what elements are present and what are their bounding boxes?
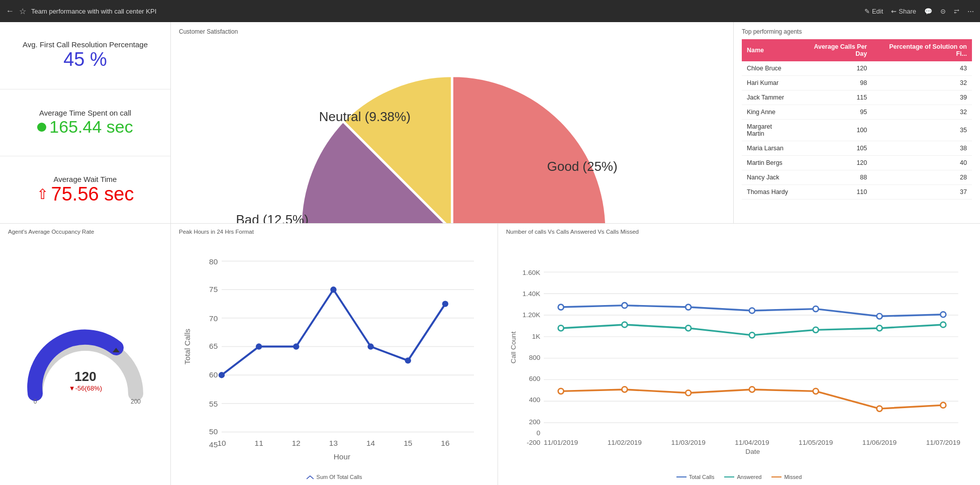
legend-total-calls: Total Calls: [676, 474, 715, 480]
table-row: Thomas Hardy 110 37: [742, 185, 972, 200]
agent-pct-solution: 38: [872, 141, 972, 156]
agent-pct-solution: 40: [872, 156, 972, 170]
agent-avg-calls: 95: [796, 105, 872, 120]
calls-chart-title: Number of calls Vs Calls Answered Vs Cal…: [506, 229, 972, 235]
col-name: Name: [742, 39, 796, 61]
svg-text:1.20K: 1.20K: [523, 311, 541, 319]
more-options-icon[interactable]: ⋯: [967, 8, 974, 15]
svg-text:400: 400: [529, 396, 540, 404]
legend-total-label: Total Calls: [689, 474, 715, 480]
svg-point-35: [219, 372, 225, 378]
agent-avg-calls: 115: [796, 90, 872, 105]
svg-text:▼-56(68%): ▼-56(68%): [68, 384, 102, 392]
svg-point-77: [622, 322, 627, 328]
svg-point-41: [442, 301, 448, 307]
agent-avg-calls: 88: [796, 170, 872, 185]
svg-text:12: 12: [292, 439, 301, 447]
svg-point-71: [685, 305, 691, 310]
svg-text:Date: Date: [745, 448, 760, 455]
table-row: Jack Tammer 115 39: [742, 90, 972, 105]
share-button[interactable]: ⇜ Share: [891, 8, 916, 15]
svg-text:Good (25%): Good (25%): [547, 159, 618, 174]
answered-line-icon: [724, 476, 734, 477]
svg-text:1.60K: 1.60K: [523, 269, 541, 276]
svg-point-88: [877, 406, 883, 412]
svg-text:10: 10: [217, 439, 226, 447]
svg-text:120: 120: [74, 369, 96, 384]
peak-hours-title: Peak Hours in 24 Hrs Format: [179, 229, 489, 235]
first-call-value: 45 %: [63, 49, 107, 70]
agent-name: Martin Bergs: [742, 156, 796, 170]
svg-text:1.40K: 1.40K: [523, 290, 541, 298]
agent-pct-solution: 32: [872, 76, 972, 90]
svg-text:80: 80: [209, 257, 218, 266]
page-title: Team performance with with call center K…: [31, 8, 859, 15]
svg-text:11/04/2019: 11/04/2019: [735, 439, 769, 446]
peak-hours-legend-label: Sum Of Total Calls: [317, 474, 362, 480]
donut-panel: Agent's Average Occupancy Rate 120 ▼-56(…: [0, 224, 171, 485]
agent-name: Maria Larsan: [742, 141, 796, 156]
svg-text:70: 70: [209, 314, 218, 323]
svg-point-69: [558, 305, 564, 310]
agent-avg-calls: 100: [796, 120, 872, 141]
up-arrow-icon: ⇧: [37, 186, 48, 203]
svg-text:16: 16: [441, 439, 449, 447]
svg-text:Call Count: Call Count: [510, 331, 517, 363]
pie-chart-panel: Customer Satisfaction: [171, 22, 734, 223]
svg-point-74: [877, 314, 883, 319]
col-pct-solution: Percentage of Solution on Fi...: [872, 39, 972, 61]
peak-hours-panel: Peak Hours in 24 Hrs Format 80 75 70 65: [171, 224, 498, 485]
edit-button[interactable]: ✎ Edit: [864, 8, 883, 15]
agent-name: Thomas Hardy: [742, 185, 796, 200]
comment-icon[interactable]: 💬: [924, 8, 932, 15]
avg-time-card: Average Time Spent on call 165.44 sec: [0, 89, 170, 157]
back-icon[interactable]: ←: [6, 7, 14, 16]
first-call-label: Avg. First Call Resolution Percentage: [23, 40, 148, 49]
svg-point-40: [405, 357, 411, 363]
svg-text:11/07/2019: 11/07/2019: [926, 439, 960, 446]
agent-pct-solution: 43: [872, 61, 972, 76]
star-icon[interactable]: ☆: [19, 7, 26, 16]
svg-text:Total Calls: Total Calls: [183, 329, 191, 364]
svg-text:11/03/2019: 11/03/2019: [671, 439, 706, 446]
table-row: King Anne 95 32: [742, 105, 972, 120]
agent-name: Hari Kumar: [742, 76, 796, 90]
calls-chart-area: 1.60K 1.40K 1.20K 1K 800 600 400 200 0 -…: [506, 237, 972, 472]
svg-point-36: [256, 343, 262, 349]
bottom-row: Agent's Average Occupancy Rate 120 ▼-56(…: [0, 223, 980, 485]
svg-text:800: 800: [529, 354, 540, 361]
avg-time-row: 165.44 sec: [37, 117, 133, 137]
svg-text:11/02/2019: 11/02/2019: [608, 439, 642, 446]
table-row: Maria Larsan 105 38: [742, 141, 972, 156]
peak-hours-legend: Sum Of Total Calls: [179, 474, 489, 480]
svg-point-86: [749, 386, 755, 392]
avg-wait-row: ⇧ 75.56 sec: [37, 183, 134, 205]
svg-text:50: 50: [209, 427, 218, 436]
svg-text:11/06/2019: 11/06/2019: [862, 439, 897, 446]
svg-text:11/05/2019: 11/05/2019: [799, 439, 833, 446]
svg-point-89: [940, 403, 946, 408]
avg-time-value: 165.44 sec: [49, 117, 133, 137]
green-dot-icon: [37, 123, 46, 132]
fullscreen-icon[interactable]: ⥂: [954, 8, 959, 15]
bookmark-icon[interactable]: ⊝: [940, 8, 946, 15]
svg-point-79: [749, 332, 755, 338]
missed-line-icon: [771, 476, 781, 477]
svg-text:65: 65: [209, 342, 218, 350]
svg-text:Neutral (9.38%): Neutral (9.38%): [319, 109, 411, 124]
svg-text:55: 55: [209, 400, 218, 408]
svg-text:11: 11: [255, 439, 263, 447]
legend-missed-label: Missed: [784, 474, 802, 480]
avg-wait-card: Average Wait Time ⇧ 75.56 sec: [0, 156, 170, 223]
donut-title: Agent's Average Occupancy Rate: [8, 229, 162, 235]
peak-hours-area: 80 75 70 65 60 55 50 45 10 11 12 13 14 1…: [179, 237, 489, 472]
svg-point-82: [940, 322, 946, 328]
svg-text:13: 13: [329, 439, 338, 447]
avg-wait-label: Average Wait Time: [54, 175, 117, 183]
table-row: Nancy Jack 88 28: [742, 170, 972, 185]
table-row: Hari Kumar 98 32: [742, 76, 972, 90]
agents-table-title: Top performing agents: [742, 28, 972, 35]
svg-point-70: [622, 303, 627, 308]
svg-point-80: [813, 327, 819, 333]
svg-point-37: [293, 343, 299, 349]
